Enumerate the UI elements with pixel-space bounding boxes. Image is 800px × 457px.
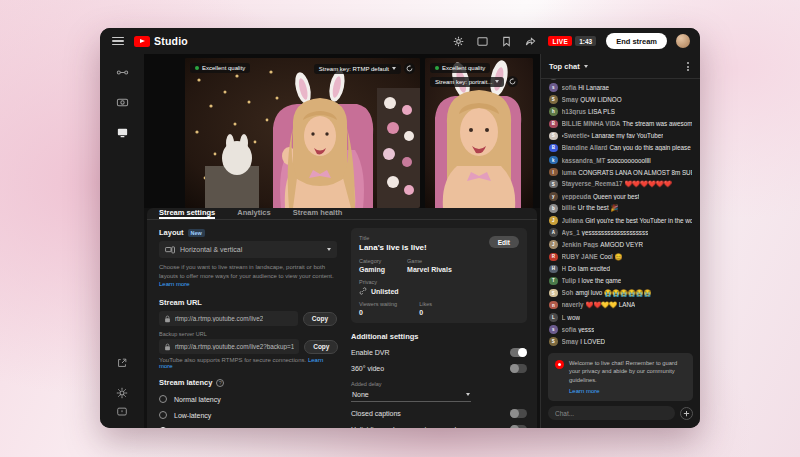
- latency-option[interactable]: Ultra-low-latency: [159, 427, 337, 428]
- backup-url-field[interactable]: rtmp://a.rtmp.youtube.com/live2?backup=1: [159, 339, 299, 354]
- chat-message[interactable]: T TulipI love the game: [549, 277, 692, 286]
- radio-icon: [159, 395, 167, 403]
- chat-message[interactable]: B BILLIE MINHA VIDAThe stream was awesom…: [549, 120, 692, 129]
- chat-message[interactable]: L Lحبيبي: [549, 79, 692, 80]
- chat-message[interactable]: A Ays_1yesssssssssssssssssss: [549, 228, 692, 237]
- top-chat-dropdown[interactable]: Top chat: [549, 62, 588, 71]
- chat-author: naverly: [562, 301, 584, 308]
- learn-more-link[interactable]: Learn more: [569, 387, 686, 395]
- stream-url-label: Stream URL: [159, 298, 337, 307]
- latency-option[interactable]: Low-latency: [159, 411, 337, 419]
- share-icon[interactable]: [525, 36, 536, 47]
- chat-message[interactable]: h h13qrusLISA PLS: [549, 107, 692, 116]
- chat-author: Blandine Allard: [562, 144, 608, 151]
- chat-avatar: l: [549, 168, 558, 177]
- learn-more-link[interactable]: Learn more: [159, 281, 190, 287]
- chat-message[interactable]: H HDo Iam excited: [549, 265, 692, 274]
- chat-message[interactable]: S Stayverse_Reema17❤️❤️❤️❤️❤️❤️: [549, 180, 692, 189]
- stream-icon[interactable]: [116, 66, 129, 79]
- chat-menu-icon[interactable]: [684, 61, 692, 72]
- live-chat-panel: Top chat h haileyLEE KNOWWWWWW L Lحبيبي: [540, 54, 700, 428]
- chat-message[interactable]: n naverly❤️❤️💛💛 LANA: [549, 301, 692, 310]
- layout-dropdown[interactable]: Horizontal & vertical: [159, 241, 337, 258]
- menu-icon[interactable]: [112, 37, 124, 46]
- likes-value: 0: [419, 309, 432, 316]
- chat-message[interactable]: L Lwow: [549, 313, 692, 322]
- avatar[interactable]: [676, 34, 690, 48]
- latency-option[interactable]: Normal latency: [159, 395, 337, 403]
- manage-stream-icon[interactable]: [116, 126, 129, 139]
- webcam-icon[interactable]: [116, 96, 129, 109]
- tab[interactable]: Analytics: [237, 208, 270, 219]
- stream-quality-badge: Excellent quality: [190, 63, 250, 73]
- chat-message[interactable]: k kassandra_MTsoocooooooollll: [549, 156, 692, 165]
- settings-gear-icon[interactable]: [453, 36, 464, 47]
- main-content: Excellent quality Stream key: RTMP defau…: [144, 54, 540, 428]
- chat-avatar: R: [549, 253, 558, 262]
- stream-key-dropdown[interactable]: Stream key: RTMP default: [314, 64, 401, 74]
- youtube-studio-logo[interactable]: Studio: [134, 35, 188, 47]
- open-in-new-icon[interactable]: [116, 356, 129, 369]
- copy-stream-url-button[interactable]: Copy: [303, 312, 337, 326]
- chat-message-text: yesss: [578, 326, 594, 333]
- tab[interactable]: Stream settings: [159, 208, 215, 219]
- help-icon[interactable]: ?: [216, 379, 224, 387]
- chat-message[interactable]: S Sohamgi luvo 😭😭😭😭😭😭: [549, 289, 692, 298]
- radio-icon: [159, 427, 167, 428]
- layout-help-text: Choose if you want to live stream in lan…: [159, 263, 337, 289]
- unlist-replay-toggle[interactable]: [510, 425, 527, 428]
- chat-message-text: soocooooooollll: [607, 157, 650, 164]
- live-chat-icon: [555, 360, 564, 369]
- rtmps-note: YouTube also supports RTMPS for secure c…: [159, 357, 337, 369]
- end-stream-button[interactable]: End stream: [606, 33, 667, 49]
- chat-author: Tulip: [562, 277, 577, 284]
- feedback-icon[interactable]: [116, 405, 129, 418]
- chat-message-text: Hi Lanarae: [578, 84, 609, 91]
- video-360-toggle[interactable]: [510, 364, 527, 373]
- youtube-play-icon: [134, 36, 150, 47]
- chat-author: Juliana: [562, 217, 584, 224]
- chat-message-text: Can you do this again please: [609, 144, 690, 151]
- chat-message-text: I love the game: [578, 277, 621, 284]
- unlist-replay-label: Unlist live replay once stream ends: [351, 426, 460, 428]
- chat-avatar: S: [549, 132, 558, 141]
- stream-url-field[interactable]: rtmp://a.rtmp.youtube.com/live2: [159, 311, 298, 326]
- chat-message[interactable]: l lumaCONGRATS LANA ON ALMOST 8m SUBS: [549, 168, 692, 177]
- chat-avatar: J: [549, 216, 558, 225]
- chat-avatar: S: [549, 180, 558, 189]
- layout-view-icon[interactable]: [477, 36, 488, 47]
- added-delay-select[interactable]: None: [351, 389, 471, 402]
- edit-button[interactable]: Edit: [489, 236, 519, 248]
- stream-key-dropdown[interactable]: Stream key: portrait...: [430, 77, 504, 87]
- chat-author: Smay: [562, 96, 579, 103]
- refresh-preview-button[interactable]: [507, 76, 518, 87]
- enable-dvr-toggle[interactable]: [510, 348, 527, 357]
- chat-message[interactable]: J JulianaGirl you're the best YouTuber i…: [549, 216, 692, 225]
- stream-latency-label: Stream latency: [159, 378, 212, 387]
- chat-message[interactable]: b billieUr the best 🎉: [549, 204, 692, 213]
- chat-message[interactable]: S SmayQUW LIDNOO: [549, 95, 692, 104]
- bookmark-icon[interactable]: [501, 36, 512, 47]
- topbar: Studio LIVE 1:43 End stream: [100, 28, 700, 54]
- chat-extras-button[interactable]: [680, 407, 693, 420]
- chevron-down-icon: [495, 80, 499, 83]
- chat-message[interactable]: s sofiayesss: [549, 325, 692, 334]
- chat-message[interactable]: B Blandine AllardCan you do this again p…: [549, 144, 692, 153]
- chat-author: BILLIE MINHA VIDA: [562, 120, 621, 127]
- chat-message[interactable]: J Jenkin PagsAMGOD VEYR: [549, 240, 692, 249]
- chat-message[interactable]: S •Sweetie•Lanarae my fav YouTuber: [549, 132, 692, 141]
- sidebar-settings-gear-icon[interactable]: [116, 386, 129, 399]
- refresh-preview-button[interactable]: [404, 63, 415, 74]
- likes-label: Likes: [419, 301, 432, 307]
- chat-message[interactable]: S SmayI LOVED: [549, 337, 692, 346]
- copy-backup-url-button[interactable]: Copy: [304, 340, 338, 354]
- additional-settings-header: Additional settings: [351, 332, 527, 341]
- closed-captions-toggle[interactable]: [510, 409, 527, 418]
- chat-message[interactable]: y yeppeudaQueen your best: [549, 192, 692, 201]
- chat-message-text: Queen your best: [593, 193, 640, 200]
- chat-message[interactable]: R RUBY JANECool 😊: [549, 253, 692, 262]
- chat-message[interactable]: s sofiaHi Lanarae: [549, 83, 692, 92]
- chat-message-text: LISA PLS: [588, 108, 615, 115]
- tab[interactable]: Stream health: [293, 208, 343, 219]
- chat-input[interactable]: [548, 406, 675, 420]
